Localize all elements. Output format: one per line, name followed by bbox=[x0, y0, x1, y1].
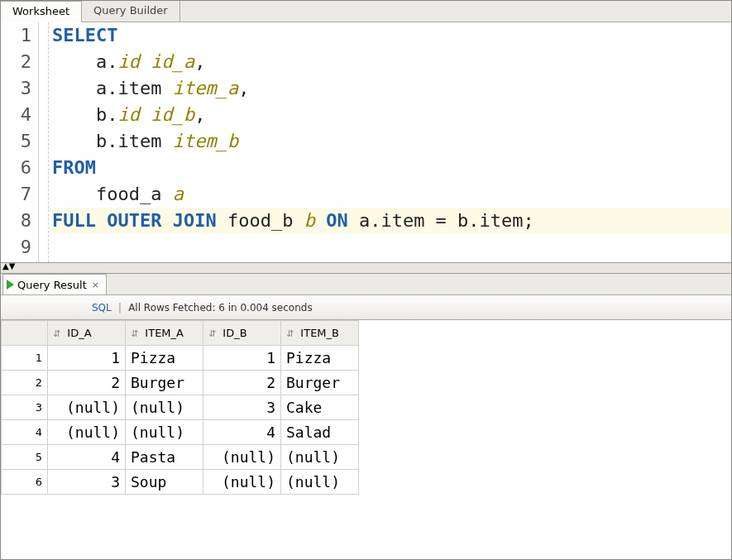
play-icon bbox=[7, 280, 14, 290]
result-grid[interactable]: ⇵ ID_A⇵ ITEM_A⇵ ID_B⇵ ITEM_B 11Pizza1Piz… bbox=[1, 320, 359, 495]
tab-query-result[interactable]: Query Result × bbox=[2, 274, 107, 294]
splitter-up-icon: ▲▼ bbox=[2, 263, 15, 269]
cell[interactable]: 4 bbox=[48, 445, 126, 470]
row-number: 5 bbox=[2, 445, 48, 470]
toolbar-separator: | bbox=[118, 301, 122, 314]
cell[interactable]: 1 bbox=[203, 346, 281, 371]
editor-gutter: 123456789 bbox=[1, 22, 39, 262]
row-number: 6 bbox=[2, 470, 48, 495]
cell[interactable]: Pizza bbox=[281, 346, 359, 371]
cell[interactable]: Burger bbox=[281, 371, 359, 395]
cell[interactable]: (null) bbox=[203, 470, 281, 495]
code-line[interactable]: SELECT bbox=[52, 22, 731, 49]
gutter-line: 8 bbox=[1, 208, 38, 234]
row-number: 2 bbox=[2, 371, 48, 395]
gutter-line: 1 bbox=[1, 22, 38, 49]
sort-icon: ⇵ bbox=[131, 328, 138, 339]
close-result-tab[interactable]: × bbox=[90, 280, 101, 290]
column-header[interactable]: ⇵ ITEM_A bbox=[126, 321, 203, 346]
cell[interactable]: (null) bbox=[126, 395, 203, 420]
pin-button[interactable] bbox=[6, 300, 21, 315]
cell[interactable]: 1 bbox=[48, 346, 126, 371]
tab-query-builder[interactable]: Query Builder bbox=[82, 1, 180, 22]
column-header[interactable]: ⇵ ITEM_B bbox=[281, 321, 359, 346]
code-line[interactable]: a.item item_a, bbox=[52, 75, 731, 102]
gutter-line: 5 bbox=[1, 128, 38, 155]
pane-splitter[interactable]: ▲▼ bbox=[1, 262, 731, 274]
cell[interactable]: (null) bbox=[203, 445, 281, 470]
cell[interactable]: 2 bbox=[203, 371, 281, 395]
table-row[interactable]: 63Soup(null)(null) bbox=[2, 470, 359, 495]
refresh-button[interactable] bbox=[49, 300, 64, 315]
editor-tabs: Worksheet Query Builder bbox=[1, 1, 731, 22]
table-row[interactable]: 4(null)(null)4Salad bbox=[2, 420, 359, 445]
row-number: 3 bbox=[2, 395, 48, 420]
cell[interactable]: Cake bbox=[281, 395, 359, 420]
sort-icon: ⇵ bbox=[53, 328, 60, 339]
code-line[interactable]: b.item item_b bbox=[52, 128, 731, 155]
cell[interactable]: 3 bbox=[203, 395, 281, 420]
cell[interactable]: Pizza bbox=[126, 346, 203, 371]
code-line[interactable]: a.id id_a, bbox=[52, 49, 731, 75]
table-row[interactable]: 3(null)(null)3Cake bbox=[2, 395, 359, 420]
editor-code[interactable]: SELECT a.id id_a, a.item item_a, b.id id… bbox=[49, 22, 731, 262]
print-button[interactable] bbox=[27, 300, 42, 315]
tab-worksheet[interactable]: Worksheet bbox=[1, 1, 82, 22]
row-number: 4 bbox=[2, 420, 48, 445]
cell[interactable]: Soup bbox=[126, 470, 203, 495]
gutter-line: 6 bbox=[1, 155, 38, 181]
fetch-status: All Rows Fetched: 6 in 0.004 seconds bbox=[128, 302, 313, 314]
code-line[interactable]: FULL OUTER JOIN food_b b ON a.item = b.i… bbox=[52, 208, 731, 234]
column-header[interactable]: ⇵ ID_B bbox=[203, 321, 281, 346]
sql-editor[interactable]: 123456789 SELECT a.id id_a, a.item item_… bbox=[1, 22, 731, 262]
cell[interactable]: 2 bbox=[48, 371, 126, 395]
app-root: Worksheet Query Builder 123456789 SELECT… bbox=[0, 0, 732, 560]
result-toolbar: SQL | All Rows Fetched: 6 in 0.004 secon… bbox=[1, 295, 731, 320]
gutter-line: 3 bbox=[1, 75, 38, 102]
result-tabs: Query Result × bbox=[1, 274, 731, 295]
code-line[interactable] bbox=[52, 234, 731, 261]
grid-header-row: ⇵ ID_A⇵ ITEM_A⇵ ID_B⇵ ITEM_B bbox=[2, 321, 359, 346]
gutter-line: 4 bbox=[1, 102, 38, 128]
rownum-header bbox=[2, 321, 48, 346]
column-header[interactable]: ⇵ ID_A bbox=[48, 321, 126, 346]
code-line[interactable]: FROM bbox=[52, 155, 731, 181]
table-row[interactable]: 22Burger2Burger bbox=[2, 371, 359, 395]
cell[interactable]: (null) bbox=[48, 420, 126, 445]
table-row[interactable]: 54Pasta(null)(null) bbox=[2, 445, 359, 470]
cell[interactable]: Burger bbox=[126, 371, 203, 395]
cell[interactable]: 4 bbox=[203, 420, 281, 445]
gutter-line: 9 bbox=[1, 234, 38, 261]
sql-link[interactable]: SQL bbox=[92, 302, 112, 314]
result-tab-label: Query Result bbox=[17, 279, 87, 291]
row-number: 1 bbox=[2, 346, 48, 371]
code-line[interactable]: food_a a bbox=[52, 181, 731, 208]
code-line[interactable]: b.id id_b, bbox=[52, 102, 731, 128]
cell[interactable]: (null) bbox=[126, 420, 203, 445]
cell[interactable]: (null) bbox=[48, 395, 126, 420]
editor-fold-margin bbox=[39, 22, 49, 262]
result-grid-wrap[interactable]: ⇵ ID_A⇵ ITEM_A⇵ ID_B⇵ ITEM_B 11Pizza1Piz… bbox=[1, 320, 731, 559]
sort-icon: ⇵ bbox=[286, 328, 294, 339]
table-row[interactable]: 11Pizza1Pizza bbox=[2, 346, 359, 371]
gutter-line: 7 bbox=[1, 181, 38, 208]
cell[interactable]: Salad bbox=[281, 420, 359, 445]
cell[interactable]: (null) bbox=[281, 445, 359, 470]
gutter-line: 2 bbox=[1, 49, 38, 75]
cell[interactable]: Pasta bbox=[126, 445, 203, 470]
sort-icon: ⇵ bbox=[208, 328, 216, 339]
delete-rows-button[interactable] bbox=[70, 300, 85, 315]
cell[interactable]: (null) bbox=[281, 470, 359, 495]
cell[interactable]: 3 bbox=[48, 470, 126, 495]
